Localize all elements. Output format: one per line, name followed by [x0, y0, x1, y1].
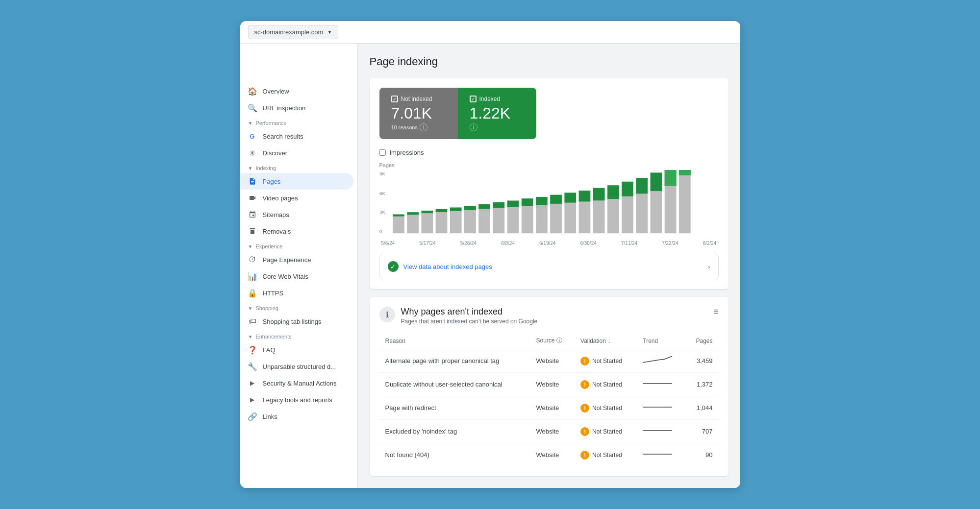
cell-trend	[637, 373, 685, 396]
section-shopping: ▼ Shopping	[240, 301, 357, 313]
info-icon[interactable]: i	[420, 123, 427, 131]
collapse-icon[interactable]: ▼	[248, 121, 253, 126]
sidebar-item-video-pages[interactable]: Video pages	[240, 190, 353, 206]
svg-rect-11	[493, 208, 504, 234]
app-container: sc-domain:example.com ▼ 🏠 Overview	[240, 21, 740, 488]
impressions-toggle[interactable]	[379, 149, 386, 156]
svg-rect-14	[535, 205, 547, 233]
sidebar-item-links[interactable]: 🔗 Links	[240, 408, 353, 425]
section-enhancements-label: Enhancements	[255, 334, 291, 339]
warning-icon: !	[580, 451, 589, 460]
sidebar-item-url-inspection[interactable]: 🔍 URL inspection	[240, 99, 353, 116]
sidebar-item-search-results[interactable]: G Search results	[240, 128, 353, 145]
chevron-right-icon: ›	[708, 263, 710, 270]
table-row[interactable]: Duplicate without user-selected canonica…	[379, 373, 719, 396]
sidebar-item-https[interactable]: 🔒 HTTPS	[240, 285, 353, 301]
svg-rect-41	[622, 182, 633, 196]
chart-area: 9K 6K 3K 0	[379, 170, 719, 239]
source-info-icon[interactable]: ⓘ	[556, 337, 562, 344]
table-row[interactable]: Excluded by 'noindex' tag Website ! Not …	[379, 420, 719, 443]
sitemap-icon	[248, 210, 257, 219]
chevron-right-legacy-icon: ▶	[248, 395, 257, 404]
cell-reason: Excluded by 'noindex' tag	[379, 420, 530, 443]
collapse-icon-indexing[interactable]: ▼	[248, 166, 253, 171]
sidebar-item-discover[interactable]: ✳ Discover	[240, 145, 353, 161]
sidebar-item-overview-label: Overview	[263, 88, 289, 95]
sidebar-item-pages[interactable]: Pages	[240, 173, 353, 190]
sidebar-item-video-pages-label: Video pages	[263, 194, 298, 202]
sidebar-item-sitemaps[interactable]: Sitemaps	[240, 206, 353, 223]
svg-rect-36	[550, 195, 562, 204]
cell-reason: Alternate page with proper canonical tag	[379, 349, 530, 373]
indexing-table: Reason Source ⓘ Validation ↓ Trend Pages	[379, 333, 719, 466]
chart-section: Impressions Pages 9K 6K 3K 0	[379, 149, 719, 246]
property-selector[interactable]: sc-domain:example.com ▼	[248, 25, 339, 39]
cell-validation: ! Not Started	[575, 373, 637, 396]
why-header: ℹ Why pages aren't indexed Pages that ar…	[379, 307, 719, 325]
svg-rect-20	[622, 196, 633, 233]
sidebar-item-legacy[interactable]: ▶ Legacy tools and reports	[240, 391, 353, 408]
svg-rect-26	[407, 212, 419, 215]
cell-pages: 90	[685, 443, 719, 467]
section-performance: ▼ Performance	[240, 116, 357, 128]
sidebar-item-security[interactable]: ▶ Security & Manual Actions	[240, 375, 353, 391]
table-row[interactable]: Page with redirect Website ! Not Started…	[379, 396, 719, 420]
warning-icon: !	[580, 357, 589, 365]
svg-rect-9	[464, 210, 476, 233]
search-icon: 🔍	[248, 103, 257, 112]
svg-rect-10	[478, 209, 490, 234]
sidebar-item-removals[interactable]: Removals	[240, 223, 353, 240]
svg-rect-47	[664, 170, 676, 186]
section-shopping-label: Shopping	[255, 305, 278, 311]
cell-trend	[637, 443, 685, 467]
collapse-icon-shopping[interactable]: ▼	[248, 306, 253, 311]
sidebar-item-unparsable[interactable]: 🔧 Unparsable structured d...	[240, 358, 353, 375]
view-indexed-pages-link[interactable]: ✓ View data about indexed pages ›	[379, 254, 719, 279]
link-icon: 🔗	[248, 412, 257, 421]
sidebar-item-page-experience[interactable]: ⏱ Page Experience	[240, 251, 353, 268]
cell-trend	[637, 396, 685, 420]
col-validation[interactable]: Validation ↓	[575, 333, 637, 349]
sidebar: 🏠 Overview 🔍 URL inspection ▼ Performanc…	[240, 44, 358, 488]
filter-icon[interactable]: ≡	[713, 307, 719, 317]
col-reason: Reason	[379, 333, 530, 349]
remove-icon	[248, 227, 257, 236]
trend-chart	[643, 402, 672, 412]
indexed-info: i	[470, 123, 525, 131]
sidebar-item-security-label: Security & Manual Actions	[263, 380, 337, 387]
indexed-label: ✓ Indexed	[470, 96, 525, 102]
sidebar-item-shopping-tab[interactable]: 🏷 Shopping tab listings	[240, 313, 353, 330]
svg-rect-29	[450, 207, 461, 211]
cell-source: Website	[530, 349, 575, 373]
collapse-icon-experience[interactable]: ▼	[248, 244, 253, 249]
svg-rect-17	[578, 202, 590, 234]
indexed-label-text: Indexed	[479, 96, 501, 102]
impressions-label: Impressions	[390, 149, 424, 156]
table-row[interactable]: Alternate page with proper canonical tag…	[379, 349, 719, 373]
cell-pages: 3,459	[685, 349, 719, 373]
svg-rect-5	[407, 215, 419, 234]
not-indexed-label: ✓ Not indexed	[391, 96, 446, 102]
svg-rect-25	[393, 214, 404, 216]
table-row[interactable]: Not found (404) Website ! Not Started 90	[379, 443, 719, 467]
warning-icon: !	[580, 427, 589, 436]
not-indexed-sub: 10 reasons i	[391, 123, 446, 131]
sidebar-item-https-label: HTTPS	[263, 290, 284, 297]
collapse-icon-enhancements[interactable]: ▼	[248, 334, 253, 339]
sidebar-item-overview[interactable]: 🏠 Overview	[240, 83, 353, 99]
svg-rect-37	[564, 193, 576, 202]
sidebar-item-core-web-vitals[interactable]: 📊 Core Web Vitals	[240, 268, 353, 285]
svg-rect-15	[550, 204, 562, 233]
section-enhancements: ▼ Enhancements	[240, 330, 357, 341]
indexed-info-icon[interactable]: i	[470, 123, 477, 131]
sidebar-item-faq[interactable]: ❓ FAQ	[240, 341, 353, 358]
validation-text: Not Started	[592, 428, 622, 435]
svg-rect-7	[435, 212, 447, 233]
asterisk-icon: ✳	[248, 148, 257, 157]
speed-icon: 📊	[248, 272, 257, 281]
svg-text:3K: 3K	[379, 209, 385, 215]
google-icon: G	[248, 132, 257, 141]
cell-pages: 707	[685, 420, 719, 443]
impressions-checkbox[interactable]: Impressions	[379, 149, 719, 156]
section-performance-label: Performance	[255, 120, 286, 126]
